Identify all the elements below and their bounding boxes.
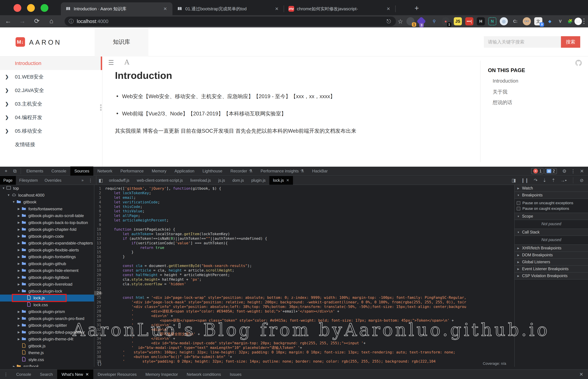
- tree-expand-icon[interactable]: ▼: [6, 193, 11, 197]
- line-number[interactable]: 26: [94, 300, 103, 305]
- checkbox-row[interactable]: Pause on caught exceptions: [515, 206, 588, 211]
- address-bar[interactable]: ⓘ localhost:4000 ⎋: [65, 16, 396, 26]
- line-number[interactable]: 13: [94, 241, 103, 246]
- debugger-section-scope[interactable]: ▼Scope: [515, 213, 588, 220]
- settings-gear-icon[interactable]: ⚙: [560, 168, 569, 174]
- line-number[interactable]: 22: [94, 282, 103, 286]
- line-number[interactable]: 25: [94, 295, 103, 300]
- traffic-light-maximize[interactable]: [41, 4, 48, 12]
- devtools-tab-recorder[interactable]: Recorder⚗: [226, 166, 256, 176]
- ext-cookies-icon[interactable]: ●1: [442, 17, 450, 25]
- search-input[interactable]: [484, 36, 561, 48]
- devtools-tab-sources[interactable]: Sources: [70, 166, 93, 176]
- navigator-tab-page[interactable]: Page: [0, 176, 16, 185]
- devtools-tab-network[interactable]: Network: [93, 166, 116, 176]
- tree-expand-icon[interactable]: ▶: [16, 262, 21, 266]
- debugger-section-global-listeners[interactable]: ▶Global Listeners: [515, 259, 588, 266]
- ext-colorzilla-icon[interactable]: C:: [511, 17, 519, 25]
- line-number[interactable]: 19: [94, 268, 103, 273]
- ext-avatar-ext-icon[interactable]: 👓: [523, 17, 531, 25]
- debugger-section-watch[interactable]: ▶Watch: [515, 185, 588, 192]
- nav-tab-knowledge-base[interactable]: 知识库: [95, 27, 149, 57]
- tree-item-gitbook.js[interactable]: gitbook.js: [0, 343, 94, 349]
- line-number[interactable]: 10: [94, 227, 103, 232]
- tree-item-gitbook-plugin-hide-element[interactable]: ▶gitbook-plugin-hide-element: [0, 267, 94, 274]
- line-number[interactable]: 36: [94, 346, 103, 350]
- tree-item-gitbook-plugin-back-to-top-button[interactable]: ▶gitbook-plugin-back-to-top-button: [0, 219, 94, 226]
- tree-item-gitbook-plugin-livereload[interactable]: ▶gitbook-plugin-livereload: [0, 281, 94, 288]
- line-number[interactable]: 32: [94, 327, 103, 332]
- share-icon[interactable]: ⎋: [387, 18, 391, 25]
- home-icon[interactable]: ⌂: [47, 16, 56, 25]
- step-into-icon[interactable]: ⇣: [543, 178, 547, 183]
- device-toolbar-icon[interactable]: ⧉: [11, 168, 19, 174]
- tree-item-gitbook-plugin-expandable-chapters[interactable]: ▶gitbook-plugin-expandable-chapters: [0, 240, 94, 247]
- tree-item-gitbook-plugin-lightbox[interactable]: ▶gitbook-plugin-lightbox: [0, 274, 94, 281]
- reload-icon[interactable]: ⟳: [32, 16, 41, 25]
- browser-tab[interactable]: 01.通过bootstrap完成简单的tod✕: [172, 2, 284, 15]
- drawer-menu-icon[interactable]: ⋮: [0, 372, 12, 377]
- sidebar-item[interactable]: Introduction: [0, 57, 102, 70]
- line-number[interactable]: 12: [94, 236, 103, 241]
- line-number[interactable]: 28: [94, 309, 103, 314]
- tree-expand-icon[interactable]: ▶: [12, 365, 16, 367]
- toc-item[interactable]: 关于我: [493, 89, 507, 95]
- tree-item-style.css[interactable]: style.css: [0, 356, 94, 363]
- toc-item[interactable]: 想说的话: [493, 99, 512, 106]
- line-number[interactable]: 11: [94, 232, 103, 236]
- toggle-sidebar-icon[interactable]: ☰: [108, 59, 114, 66]
- new-tab-button[interactable]: +: [415, 4, 419, 12]
- tree-item-fonts-fontawesome[interactable]: ▶fonts/fontawesome: [0, 205, 94, 213]
- line-number[interactable]: 38: [94, 355, 103, 359]
- file-tab[interactable]: lock.js✕: [269, 176, 293, 185]
- line-number[interactable]: 16: [94, 254, 103, 259]
- tree-expand-icon[interactable]: ▶: [16, 269, 21, 272]
- ext-n-icon[interactable]: N: [488, 17, 496, 25]
- ext-proxy-icon[interactable]: 3: [417, 16, 426, 26]
- navigator-tab-filesystem[interactable]: Filesystem: [16, 176, 41, 185]
- tree-expand-icon[interactable]: ▶: [16, 235, 21, 238]
- debugger-section-breakpoints[interactable]: ▼Breakpoints: [515, 192, 588, 199]
- line-number[interactable]: 30: [94, 318, 103, 323]
- line-number[interactable]: 27: [94, 305, 103, 309]
- tree-expand-icon[interactable]: ▶: [16, 276, 21, 279]
- ext-translate-icon[interactable]: 文9: [534, 17, 542, 25]
- debugger-section-xhr-fetch-breakpoints[interactable]: ▶XHR/fetch Breakpoints: [515, 245, 588, 252]
- tree-item-gitbook-plugin-fontsettings[interactable]: ▶gitbook-plugin-fontsettings: [0, 253, 94, 260]
- sidebar-item[interactable]: ❯04.编程开发: [0, 111, 102, 124]
- step-out-icon[interactable]: ⇡: [552, 178, 555, 183]
- traffic-light-close[interactable]: [14, 4, 21, 12]
- devtools-menu-icon[interactable]: ⋮: [569, 168, 577, 174]
- tree-item-gitbook-plugin-chapter-fold[interactable]: ▶gitbook-plugin-chapter-fold: [0, 226, 94, 233]
- file-tab[interactable]: livereload.js: [187, 176, 214, 185]
- forward-icon[interactable]: →: [18, 16, 27, 25]
- tree-expand-icon[interactable]: ▶: [16, 283, 21, 286]
- checkbox[interactable]: [517, 207, 520, 210]
- tree-item-src-book[interactable]: ▶src/book: [0, 363, 94, 367]
- navigator-tab-overrides[interactable]: Overrides: [41, 176, 65, 185]
- line-number[interactable]: 4: [94, 200, 103, 205]
- line-number[interactable]: 5: [94, 205, 103, 209]
- devtools-tab-lighthouse[interactable]: Lighthouse: [198, 166, 226, 176]
- devtools-tab-hackbar[interactable]: HackBar: [308, 166, 332, 176]
- deactivate-breakpoints-icon[interactable]: ⊘: [580, 178, 584, 183]
- tree-item-gitbook-plugin-search-pro-fixed[interactable]: ▶gitbook-plugin-search-pro-fixed: [0, 315, 94, 322]
- tree-item-gitbook[interactable]: ▼gitbook: [0, 199, 94, 205]
- tree-item-gitbook-plugin-code[interactable]: ▶gitbook-plugin-code: [0, 233, 94, 240]
- pause-script-icon[interactable]: ❙❙: [521, 178, 529, 183]
- devtools-tab-memory[interactable]: Memory: [148, 166, 171, 176]
- line-number[interactable]: 31: [94, 323, 103, 327]
- tree-item-gitbook-plugin-prism[interactable]: ▶gitbook-plugin-prism: [0, 308, 94, 315]
- file-tab[interactable]: plugin.js: [247, 176, 269, 185]
- drawer-tab-developer-resources[interactable]: Developer Resources: [93, 370, 141, 379]
- drawer-tab-what-s-new[interactable]: What's New✕: [57, 370, 93, 379]
- tab-close-icon[interactable]: ✕: [274, 6, 280, 12]
- line-number[interactable]: 23: [94, 286, 103, 291]
- ext-tampermonkey-icon[interactable]: 1: [407, 17, 415, 25]
- tree-expand-icon[interactable]: ▶: [16, 317, 21, 320]
- tab-close-icon[interactable]: ✕: [162, 6, 168, 12]
- sidebar-item[interactable]: ❯01.WEB安全: [0, 70, 102, 84]
- tree-expand-icon[interactable]: ▶: [16, 337, 21, 341]
- tree-expand-icon[interactable]: ▶: [16, 214, 21, 218]
- issues-count-badge[interactable]: ▤ 2: [544, 168, 557, 174]
